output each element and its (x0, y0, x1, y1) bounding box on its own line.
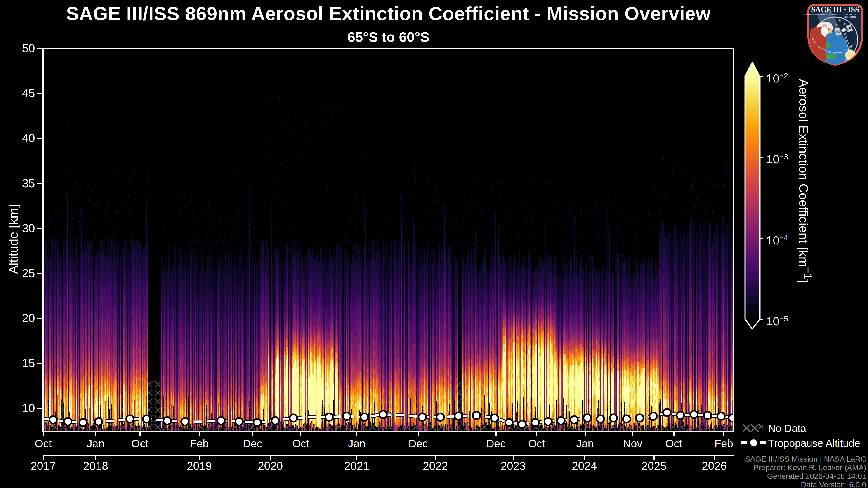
x-year-tick-mark (714, 455, 715, 460)
x-month-label: Dec (235, 438, 271, 449)
credits-line-version: Data Version: 6.0.0 (745, 480, 866, 488)
x-month-tick-mark (356, 432, 358, 436)
x-year-tick-mark (435, 455, 436, 460)
x-month-label: Oct (656, 438, 692, 449)
credits-line-preparer: Preparer: Kevin R. Leavor (AMA) (745, 463, 866, 472)
y-tick-mark (37, 228, 43, 229)
logo-sub-right-1: International (844, 13, 856, 16)
page-title: SAGE III/ISS 869nm Aerosol Extinction Co… (43, 3, 734, 25)
tropopause-icon (741, 437, 767, 449)
x-month-label: Oct (519, 438, 555, 449)
x-year-label: 2019 (177, 460, 222, 472)
y-tick-label: 45 (4, 87, 35, 99)
x-month-tick-mark (43, 432, 44, 436)
x-month-label: Feb (706, 438, 742, 449)
x-month-label: Oct (122, 438, 158, 449)
colorbar-tick-label: 10−5 (766, 312, 788, 328)
x-month-label: Oct (283, 438, 319, 449)
x-year-label: 2024 (562, 460, 607, 472)
figure-root: SAGE III/ISS 869nm Aerosol Extinction Co… (0, 0, 868, 488)
y-tick-label: 20 (4, 312, 35, 324)
x-month-tick-mark (632, 432, 633, 436)
no-data-icon (741, 422, 766, 434)
x-month-tick-mark (140, 432, 141, 436)
x-month-tick-mark (300, 432, 301, 436)
x-year-tick-mark (584, 455, 585, 460)
y-tick-label: 35 (4, 177, 35, 189)
x-month-tick-mark (585, 432, 586, 436)
x-month-tick-mark (495, 432, 497, 436)
x-year-tick-mark (199, 455, 200, 460)
y-tick-mark (37, 363, 43, 364)
x-month-tick-mark (418, 432, 419, 436)
credits-block: SAGE III/ISS Mission | NASA LaRC Prepare… (745, 455, 866, 488)
x-month-label: Jan (567, 438, 603, 449)
x-year-tick-mark (43, 455, 44, 460)
y-tick-mark (37, 318, 43, 319)
logo-sub-left: Stratospheric Aerosol and Gas Experiment… (804, 14, 838, 16)
x-month-label: Jan (78, 438, 114, 449)
x-month-tick-mark (199, 432, 200, 436)
legend-tropopause-label: Tropopause Altitude (768, 437, 860, 449)
colorbar-bar (745, 62, 760, 329)
y-tick-label: 40 (4, 132, 35, 144)
x-month-tick-mark (673, 432, 675, 436)
sage-iii-iss-logo: SAGE III · ISS Stratospheric Aerosol and… (804, 1, 867, 66)
x-year-label: 2020 (248, 460, 293, 472)
x-month-label: Dec (400, 438, 436, 449)
colorbar-label: Aerosol Extinction Coefficient [km−1] (795, 74, 814, 287)
y-tick-label: 30 (4, 222, 35, 234)
y-tick-label: 50 (4, 42, 35, 54)
x-month-tick-mark (723, 432, 724, 436)
x-month-label: Jan (339, 438, 375, 449)
colorbar-label-pre: Aerosol Extinction Coefficient [km (797, 79, 811, 267)
x-month-label: Oct (25, 438, 61, 449)
logo-sub-right-2: Space Station (844, 16, 857, 18)
x-year-label: 2022 (413, 460, 458, 472)
x-year-tick-mark (270, 455, 271, 460)
x-year-label: 2017 (21, 460, 66, 472)
x-month-label: Nov (615, 438, 651, 449)
y-tick-mark (37, 408, 43, 409)
y-tick-label: 10 (4, 402, 35, 414)
y-tick-mark (37, 183, 43, 184)
x-year-tick-mark (356, 455, 358, 460)
x-year-tick-mark (513, 455, 514, 460)
y-tick-mark (37, 273, 43, 274)
y-tick-mark (37, 93, 43, 94)
y-tick-mark (37, 138, 43, 139)
legend-no-data-label: No Data (768, 422, 806, 434)
x-year-label: 2018 (73, 460, 118, 472)
colorbar-label-post: ] (797, 279, 811, 283)
colorbar-tick-label: 10−3 (766, 150, 788, 166)
x-month-tick-mark (252, 432, 253, 436)
credits-line-mission: SAGE III/ISS Mission | NASA LaRC (745, 455, 866, 463)
x-year-label: 2026 (692, 460, 737, 472)
colorbar-tick-label: 10−2 (766, 69, 788, 86)
colorbar-tick-label: 10−4 (766, 231, 788, 248)
credits-line-generated: Generated 2026-04-08 14:01 (745, 472, 866, 480)
logo-title: SAGE III · ISS (811, 5, 859, 13)
y-tick-label: 25 (4, 267, 35, 279)
y-tick-mark (37, 48, 43, 49)
colorbar-label-sup: −1 (802, 267, 814, 279)
x-year-tick-mark (95, 455, 96, 460)
year-axis-line (43, 455, 734, 456)
x-month-tick-mark (95, 432, 96, 436)
x-year-tick-mark (653, 455, 655, 460)
latitude-subtitle: 65°S to 60°S (43, 29, 734, 45)
colorbar (743, 60, 764, 331)
heatmap-canvas (43, 48, 734, 431)
x-month-label: Dec (478, 438, 514, 449)
x-year-label: 2023 (491, 460, 536, 472)
x-year-label: 2021 (334, 460, 379, 472)
x-month-label: Feb (181, 438, 217, 449)
x-year-label: 2025 (631, 460, 677, 472)
y-tick-label: 15 (4, 357, 35, 369)
x-month-tick-mark (536, 432, 537, 436)
